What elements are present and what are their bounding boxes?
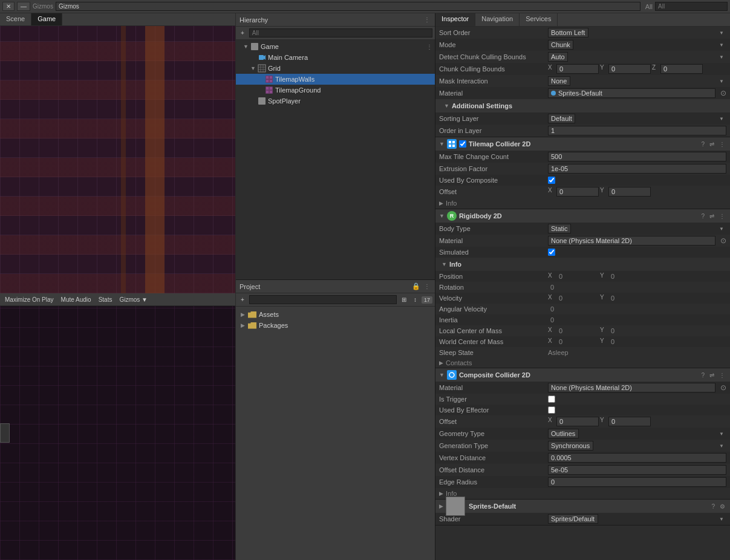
cc-offset-y-input[interactable] <box>608 417 651 426</box>
rigidbody-settings-btn[interactable]: ⇌ <box>708 213 715 220</box>
hierarchy-search[interactable] <box>249 28 432 37</box>
velocity-value: X Y <box>548 294 726 302</box>
svg-rect-1 <box>259 55 264 60</box>
mode-select-wrap: Chunk <box>548 40 726 50</box>
tilemap-collider-section: ▼ Tilemap Collider 2D ? ⇌ ⋮ Max Tile Cha… <box>435 137 730 209</box>
used-by-composite-checkbox[interactable] <box>548 177 555 184</box>
sorting-layer-wrap: Default <box>548 114 726 123</box>
edge-radius-input[interactable] <box>548 477 726 487</box>
rigidbody-menu-btn[interactable]: ⋮ <box>718 213 726 220</box>
gizmos-game-btn[interactable]: Gizmos ▼ <box>117 296 150 304</box>
sleep-state-label: Sleep State <box>439 349 548 356</box>
tc-info-toggle[interactable]: ▶ Info <box>439 200 726 207</box>
hierarchy-options-btn[interactable]: ⋮ <box>423 16 431 23</box>
cc-info-toggle[interactable]: ▶ Info <box>439 490 726 497</box>
cc-offset-x-input[interactable] <box>556 417 599 426</box>
tree-item-game[interactable]: ▼ Game ⋮ <box>236 41 435 52</box>
rotation-row: Rotation <box>435 282 730 293</box>
tilemap-collider-settings-btn[interactable]: ⇌ <box>708 141 715 148</box>
folder-packages[interactable]: ▶ Packages <box>236 320 435 331</box>
tilemap-collider-help-btn[interactable]: ? <box>700 141 706 148</box>
svg-rect-16 <box>266 91 269 93</box>
body-type-select[interactable]: Static <box>548 224 571 233</box>
cc-material-text: None (Physics Material 2D) <box>551 384 632 391</box>
chunk-x-input[interactable] <box>556 64 599 74</box>
max-tile-input[interactable] <box>548 152 726 161</box>
chunk-y-input[interactable] <box>608 64 651 74</box>
contacts-row[interactable]: ▶ Contacts <box>435 358 730 368</box>
cc-info-row: ▶ Info <box>435 488 730 499</box>
used-by-effector-checkbox[interactable] <box>548 406 555 414</box>
sorting-layer-select[interactable]: Default <box>548 114 575 123</box>
detect-chunk-select[interactable]: Auto <box>548 52 568 62</box>
tilemap-collider-enabled[interactable] <box>459 140 466 148</box>
sprites-settings-btn[interactable]: ⚙ <box>719 503 726 510</box>
tilemap-collider-header[interactable]: ▼ Tilemap Collider 2D ? ⇌ ⋮ <box>435 137 730 151</box>
rigidbody-header[interactable]: ▼ R Rigidbody 2D ? ⇌ ⋮ <box>435 209 730 223</box>
geometry-type-select[interactable]: Outlines <box>548 429 579 438</box>
tc-offset-x-input[interactable] <box>556 187 599 197</box>
tree-item-camera[interactable]: ▶ Main Camera <box>236 52 435 63</box>
sort-order-select[interactable]: Bottom Left <box>548 28 588 37</box>
composite-settings-btn[interactable]: ⇌ <box>708 372 715 379</box>
tilemap-collider-menu-btn[interactable]: ⋮ <box>718 141 726 148</box>
is-trigger-row: Is Trigger <box>435 394 730 405</box>
tree-item-grid[interactable]: ▼ Grid <box>236 63 435 74</box>
assets-folder-icon <box>248 311 256 318</box>
hierarchy-add-btn[interactable]: + <box>238 29 247 37</box>
material-renderer-ext-btn[interactable]: ⊙ <box>720 89 726 97</box>
project-toolbar: + ⊞ ↕ 17 <box>236 293 435 307</box>
tc-offset-y-input[interactable] <box>608 187 651 197</box>
mute-audio-btn[interactable]: Mute Audio <box>59 296 94 304</box>
extrusion-input[interactable] <box>548 164 726 174</box>
tab-inspector[interactable]: Inspector <box>435 13 475 26</box>
is-trigger-checkbox[interactable] <box>548 396 555 403</box>
vertex-distance-input[interactable] <box>548 453 726 463</box>
tab-navigation[interactable]: Navigation <box>475 13 520 26</box>
material-renderer-field: Sprites-Default <box>548 88 715 98</box>
tree-item-tilemap-walls[interactable]: ▶ TilemapWalls <box>236 74 435 85</box>
top-search-input[interactable] <box>655 2 728 11</box>
simulated-checkbox[interactable] <box>548 249 555 256</box>
chunk-z-input[interactable] <box>660 64 703 74</box>
project-options-btn[interactable]: ⋮ <box>423 283 431 290</box>
svg-rect-15 <box>270 87 272 90</box>
middle-panel: Hierarchy ⋮ + ▼ Game ⋮ ▶ <box>236 13 435 560</box>
generation-type-select[interactable]: Synchronous <box>548 441 593 451</box>
maximize-on-play-btn[interactable]: Maximize On Play <box>2 296 56 304</box>
rb-info-header[interactable]: ▼ Info <box>435 258 730 271</box>
chunk-bounds-row: Chunk Culling Bounds X Y Z <box>435 63 730 75</box>
composite-help-btn[interactable]: ? <box>700 372 706 379</box>
tab-game[interactable]: Game <box>31 13 62 25</box>
tab-services[interactable]: Services <box>520 13 558 26</box>
order-in-layer-input[interactable] <box>548 126 726 135</box>
sprites-help-btn[interactable]: ? <box>710 503 716 510</box>
offset-distance-input[interactable] <box>548 465 726 475</box>
sprites-default-header[interactable]: ▶ Sprites-Default ? ⚙ <box>435 500 730 513</box>
tree-item-tilemap-ground[interactable]: ▶ TilemapGround <box>236 85 435 96</box>
game-toolbar: Maximize On Play Mute Audio Stats Gizmos… <box>0 293 235 306</box>
project-search[interactable] <box>249 295 397 304</box>
position-value: X Y <box>548 272 726 281</box>
project-filter-btn[interactable]: ⊞ <box>399 296 409 304</box>
minimize-button[interactable]: — <box>17 2 30 11</box>
folder-assets[interactable]: ▶ Assets <box>236 309 435 320</box>
stats-btn[interactable]: Stats <box>96 296 115 304</box>
rb-material-text: None (Physics Material 2D) <box>551 237 632 244</box>
shader-select[interactable]: Sprites/Default <box>548 514 598 524</box>
close-button[interactable]: ✕ <box>2 2 15 11</box>
shader-value: Sprites/Default <box>548 514 726 524</box>
cc-material-ext-btn[interactable]: ⊙ <box>720 383 726 392</box>
tab-scene[interactable]: Scene <box>0 13 31 25</box>
project-sort-btn[interactable]: ↕ <box>411 296 419 304</box>
tree-item-spot-player[interactable]: ▶ SpotPlayer <box>236 96 435 106</box>
additional-settings-header[interactable]: ▼ Additional Settings <box>435 99 730 112</box>
gizmos-select[interactable]: Gizmos <box>56 2 640 11</box>
composite-collider-header[interactable]: ▼ Composite Collider 2D ? ⇌ ⋮ <box>435 368 730 382</box>
mode-select[interactable]: Chunk <box>548 40 573 50</box>
project-add-btn[interactable]: + <box>238 296 247 304</box>
rigidbody-help-btn[interactable]: ? <box>700 213 706 220</box>
rb-material-ext-btn[interactable]: ⊙ <box>720 236 726 245</box>
composite-menu-btn[interactable]: ⋮ <box>718 372 726 379</box>
mask-interaction-select[interactable]: None <box>548 76 570 86</box>
